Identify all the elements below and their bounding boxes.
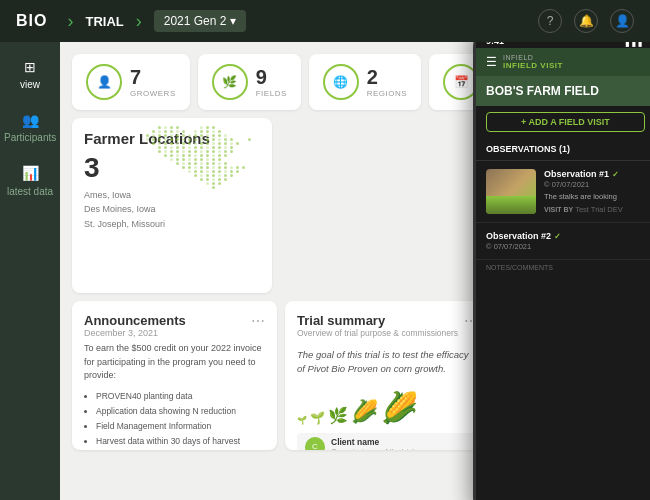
fields-icon: 🌿 [212,64,248,100]
help-icon[interactable]: ? [538,9,562,33]
trial-summary-subtitle: Overview of trial purpose & commissioner… [297,328,458,338]
corn-growth-stages: 🌱 🌱 🌿 🌽 🌽 [297,385,478,425]
top-nav: BIO › TRIAL › 2021 Gen 2 ▾ ? 🔔 👤 [0,0,650,42]
stat-growers: 👤 7 GROWERS [72,54,190,110]
view-icon: ⊞ [4,58,56,76]
farmer-locations-card: Farmer Locations 3 Ames, Iowa Des Moines… [72,118,272,293]
phone-observation-1: Observation #1 ✓ © 07/07/2021 The stalks… [476,161,650,223]
phone-obs-1-date: © 07/07/2021 [544,180,623,189]
phone-overlay: 9:41 ▌▌▌ ☰ INFIELD INFIELD VISIT BOB'S F… [473,42,650,500]
sidebar-item-latest-data[interactable]: 📊 latest data [0,156,60,205]
nav-icons: ? 🔔 👤 [538,9,634,33]
nav-logo: BIO [16,12,47,30]
phone-app-header: ☰ INFIELD INFIELD VISIT [476,48,650,76]
client-name: Client name [331,437,414,447]
phone-farm-header: BOB'S FARM FIELD [476,76,650,106]
fields-label: FIELDS [256,89,287,98]
growers-label: GROWERS [130,89,176,98]
client-avatar: C [305,437,325,451]
nav-sep2: › [136,11,142,32]
corn-stage-4: 🌽 [351,399,378,425]
client-role: Commissioner of the trial [331,447,414,450]
phone-obs-1-image [486,169,536,214]
sidebar: ⊞ view 👥 Participants 📊 latest data [0,42,60,500]
phone-obs-1-content: Observation #1 ✓ © 07/07/2021 The stalks… [544,169,623,214]
phone-obs-2-date: © 07/07/2021 [486,242,561,251]
stat-fields: 🌿 9 FIELDS [198,54,301,110]
trial-summary-card: Trial summary Overview of trial purpose … [285,301,490,450]
user-icon[interactable]: 👤 [610,9,634,33]
phone-time: 9:41 [486,42,504,46]
phone-obs-2-content: Observation #2 ✓ © 07/07/2021 [486,231,561,251]
announcements-body: To earn the $500 credit on your 2022 inv… [84,342,265,383]
map-dots [142,118,272,293]
growers-value: 7 [130,67,176,87]
nav-separator: › [67,11,73,32]
alert-icon[interactable]: 🔔 [574,9,598,33]
corn-stage-1: 🌱 [297,416,307,425]
trial-summary-title: Trial summary [297,313,458,328]
phone-observation-2: Observation #2 ✓ © 07/07/2021 [476,223,650,260]
phone-obs-1-title: Observation #1 ✓ [544,169,623,179]
announcements-card: Announcements December 3, 2021 ⋯ To earn… [72,301,277,450]
corn-stage-3: 🌿 [328,406,348,425]
phone-menu-icon[interactable]: ☰ [486,55,497,69]
main-layout: ⊞ view 👥 Participants 📊 latest data 👤 7 … [0,42,650,500]
regions-icon: 🌐 [323,64,359,100]
main-content: 👤 7 GROWERS 🌿 9 FIELDS 🌐 2 REGIONS [60,42,650,500]
phone-farm-name: BOB'S FARM FIELD [486,84,645,98]
nav-gen-dropdown[interactable]: 2021 Gen 2 ▾ [154,10,247,32]
sidebar-item-view[interactable]: ⊞ view [0,50,60,99]
phone-add-visit-button[interactable]: + ADD A FIELD VISIT [486,112,645,132]
announcements-bullets: PROVEN40 planting data Application data … [84,389,265,450]
phone-signal: ▌▌▌ [626,42,645,46]
stat-regions: 🌐 2 REGIONS [309,54,421,110]
regions-label: REGIONS [367,89,407,98]
fields-value: 9 [256,67,287,87]
corn-stage-2: 🌱 [310,411,325,425]
trial-client: C Client name Commissioner of the trial [297,433,478,451]
phone-obs-1-check: ✓ [612,170,619,179]
phone-observations-header: OBSERVATIONS (1) [476,138,650,161]
announcements-title: Announcements [84,313,186,328]
announcements-date: December 3, 2021 [84,328,186,338]
participants-icon: 👥 [4,111,56,129]
trial-description: The goal of this trial is to test the ef… [297,348,478,377]
phone-obs-1-visit-by: VISIT BY Test Trial DEV [544,205,623,214]
data-icon: 📊 [4,164,56,182]
chevron-down-icon: ▾ [230,14,236,28]
phone-notes-label: Notes/Comments [476,260,650,275]
nav-trial-label: TRIAL [85,14,123,29]
phone-obs-2-title: Observation #2 ✓ [486,231,561,241]
phone-obs-2-check: ✓ [554,232,561,241]
phone-header-title: INFIELD VISIT [503,61,563,70]
corn-stage-5: 🌽 [381,390,418,425]
growers-icon: 👤 [86,64,122,100]
phone-obs-1-text: The stalks are looking [544,192,623,202]
announcements-menu[interactable]: ⋯ [251,313,265,329]
phone-screen: 9:41 ▌▌▌ ☰ INFIELD INFIELD VISIT BOB'S F… [476,42,650,500]
regions-value: 2 [367,67,407,87]
sidebar-item-participants[interactable]: 👥 Participants [0,103,60,152]
nav-gen-label: 2021 Gen 2 [164,14,227,28]
